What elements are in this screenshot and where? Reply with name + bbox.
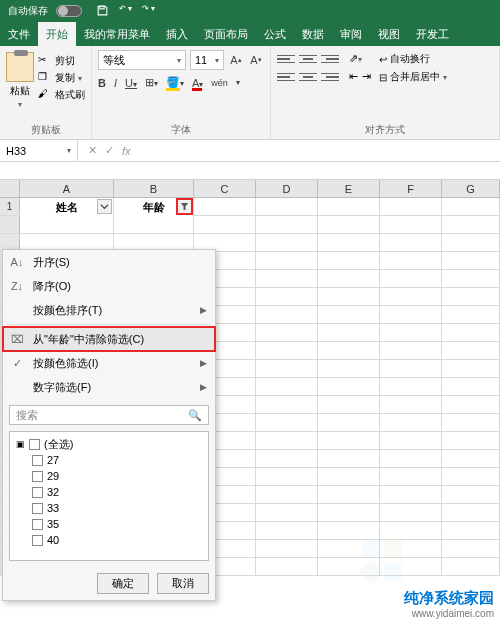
copy-button[interactable]: ❐复制▾ [38,71,85,85]
name-box[interactable]: H33▾ [0,140,78,161]
cell[interactable] [256,540,318,558]
cell[interactable] [380,270,442,288]
cell[interactable] [380,378,442,396]
cell[interactable] [318,468,380,486]
filter-button[interactable] [97,199,112,214]
enter-fx-icon[interactable]: ✓ [105,144,114,157]
align-top-icon[interactable] [277,52,295,66]
cell[interactable] [442,252,500,270]
menu-sort-asc[interactable]: A↓升序(S) [3,250,215,274]
tab-file[interactable]: 文件 [0,22,38,46]
cell[interactable] [256,252,318,270]
cell[interactable] [442,486,500,504]
cell[interactable] [442,198,500,216]
filter-item[interactable]: 32 [16,484,202,500]
cell[interactable] [380,450,442,468]
grow-font-icon[interactable]: A▴ [228,51,244,69]
italic-button[interactable]: I [114,77,117,89]
col-header[interactable]: D [256,180,318,197]
cell[interactable] [256,396,318,414]
cancel-button[interactable]: 取消 [157,573,209,594]
col-header[interactable]: B [114,180,194,197]
menu-sort-color[interactable]: 按颜色排序(T)▶ [3,298,215,322]
tab-dev[interactable]: 开发工 [408,22,457,46]
cell[interactable] [256,522,318,540]
tab-review[interactable]: 审阅 [332,22,370,46]
filter-item[interactable]: 40 [16,532,202,548]
cell[interactable] [318,504,380,522]
cell[interactable] [318,342,380,360]
cell[interactable] [380,324,442,342]
cell[interactable] [256,198,318,216]
select-all-corner[interactable] [0,180,20,197]
cell[interactable] [442,432,500,450]
tab-custom[interactable]: 我的常用菜单 [76,22,158,46]
cell[interactable] [318,234,380,252]
cell[interactable] [256,558,318,576]
cell[interactable] [256,342,318,360]
cell[interactable] [194,216,256,234]
cell[interactable] [442,270,500,288]
checkbox[interactable] [32,471,43,482]
cell[interactable] [256,216,318,234]
orientation-button[interactable]: ⇗▾ [349,52,362,66]
cancel-fx-icon[interactable]: ✕ [88,144,97,157]
cell[interactable] [380,234,442,252]
filter-search-input[interactable]: 搜索🔍 [9,405,209,425]
cell[interactable] [380,288,442,306]
cell[interactable] [380,468,442,486]
border-button[interactable]: ⊞▾ [145,76,158,89]
paste-button[interactable]: 粘贴 ▾ [6,50,34,121]
tab-view[interactable]: 视图 [370,22,408,46]
cell[interactable] [380,306,442,324]
cell[interactable] [318,378,380,396]
cell[interactable] [380,504,442,522]
cell[interactable] [256,450,318,468]
cell[interactable] [256,414,318,432]
autosave-toggle[interactable] [56,5,82,17]
cell[interactable] [442,324,500,342]
filter-item-all[interactable]: ▣(全选) [16,436,202,452]
cell[interactable] [256,468,318,486]
cut-button[interactable]: ✂剪切 [38,54,85,68]
cell[interactable] [318,288,380,306]
cell[interactable] [318,414,380,432]
filter-item[interactable]: 29 [16,468,202,484]
ok-button[interactable]: 确定 [97,573,149,594]
cell[interactable] [114,216,194,234]
checkbox[interactable] [29,439,40,450]
cell[interactable] [442,306,500,324]
redo-icon[interactable]: ↷ ▾ [142,4,155,19]
cell[interactable] [380,342,442,360]
cell[interactable] [442,558,500,576]
menu-clear-filter[interactable]: ⌧从"年龄"中清除筛选(C) [3,327,215,351]
cell[interactable] [20,216,114,234]
cell[interactable] [318,396,380,414]
tab-data[interactable]: 数据 [294,22,332,46]
checkbox[interactable] [32,487,43,498]
col-header[interactable]: C [194,180,256,197]
cell[interactable] [380,396,442,414]
checkbox[interactable] [32,455,43,466]
cell[interactable] [318,450,380,468]
filter-item[interactable]: 35 [16,516,202,532]
cell[interactable] [380,486,442,504]
menu-number-filter[interactable]: 数字筛选(F)▶ [3,375,215,399]
font-name-combo[interactable]: 等线▾ [98,50,186,70]
fill-color-button[interactable]: 🪣▾ [166,76,184,89]
checkbox[interactable] [32,519,43,530]
cell[interactable] [442,504,500,522]
cell[interactable] [318,306,380,324]
cell-header-name[interactable]: 姓名 [20,198,114,216]
cell[interactable] [442,216,500,234]
cell[interactable] [256,360,318,378]
cell[interactable] [318,432,380,450]
row-header[interactable]: 1 [0,198,20,215]
cell[interactable] [442,414,500,432]
cell[interactable] [380,198,442,216]
underline-button[interactable]: U▾ [125,77,137,89]
checkbox[interactable] [32,503,43,514]
cell[interactable] [442,378,500,396]
cell[interactable] [442,522,500,540]
cell[interactable] [318,324,380,342]
